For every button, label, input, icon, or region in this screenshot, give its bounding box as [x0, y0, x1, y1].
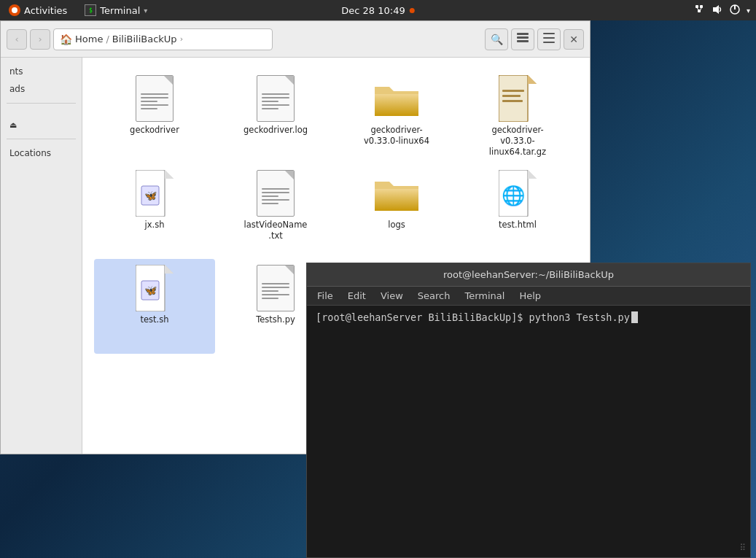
topbar-dot — [410, 8, 415, 13]
file-item-logs-folder[interactable]: logs — [336, 164, 457, 259]
terminal-taskbar-label: Terminal — [100, 5, 140, 16]
terminal-resize-handle[interactable]: ⠿ — [739, 543, 746, 553]
svg-rect-19 — [502, 95, 521, 97]
home-label: Home — [75, 34, 103, 44]
file-icon-testshpy — [252, 265, 299, 311]
svg-text:🌐: 🌐 — [502, 184, 526, 207]
list-view-button[interactable] — [511, 28, 534, 50]
activities-button[interactable]: Activities — [0, 0, 76, 20]
svg-marker-28 — [528, 170, 537, 179]
back-icon: ‹ — [15, 34, 18, 44]
file-name-geckodriver: geckodriver — [130, 125, 179, 136]
file-name-geckodriver-folder: geckodriver-v0.33.0-linux64 — [364, 125, 429, 147]
terminal-taskbar-button[interactable]: $ Terminal ▾ — [76, 0, 156, 20]
path-separator: / — [106, 34, 109, 44]
svg-rect-10 — [517, 36, 529, 39]
search-button[interactable]: 🔍 — [485, 28, 508, 50]
file-name-logs-folder: logs — [388, 220, 405, 230]
svg-rect-18 — [502, 90, 524, 92]
file-item-geckodriver-folder[interactable]: geckodriver-v0.33.0-linux64 — [336, 69, 457, 164]
terminal-menu-search[interactable]: Search — [410, 287, 458, 305]
activities-icon — [9, 4, 20, 16]
file-icon-testhtml: 🌐 — [494, 170, 541, 217]
terminal-menu-file[interactable]: File — [310, 287, 340, 305]
topbar-left: Activities $ Terminal ▾ — [0, 0, 156, 20]
list-view-icon — [517, 33, 529, 45]
menu-icon — [543, 33, 555, 45]
terminal-menu: File Edit View Search Terminal Help — [307, 287, 750, 306]
topbar-clock: Dec 28 10:49 — [341, 5, 414, 16]
system-menu-arrow[interactable]: ▾ — [747, 7, 750, 15]
svg-rect-12 — [543, 33, 555, 34]
network-icon[interactable] — [694, 4, 706, 18]
menu-button[interactable] — [537, 28, 561, 50]
forward-button[interactable]: › — [30, 29, 50, 50]
terminal-titlebar: root@leehanServer:~/BiliBiliBackUp — [307, 263, 750, 287]
svg-rect-9 — [517, 33, 529, 35]
cursor — [631, 311, 638, 323]
file-icon-testsh: 🦋 — [131, 265, 178, 311]
sidebar-divider-1 — [7, 103, 76, 104]
sound-icon[interactable] — [712, 4, 723, 18]
svg-text:🦋: 🦋 — [144, 190, 157, 202]
svg-rect-1 — [695, 5, 698, 8]
file-item-lastvideoname[interactable]: lastVideoName.txt — [215, 164, 336, 259]
file-name-geckodriver-tar: geckodriver-v0.33.0-linux64.tar.gz — [485, 125, 550, 158]
svg-rect-14 — [543, 42, 555, 43]
file-name-testshpy: Testsh.py — [256, 314, 295, 325]
sidebar-item-downloads[interactable]: ads — [1, 81, 82, 97]
terminal-taskbar-arrow: ▾ — [144, 7, 147, 15]
file-name-testhtml: test.html — [499, 220, 537, 230]
power-icon[interactable] — [729, 4, 741, 18]
file-name-jxsh: jx.sh — [145, 220, 165, 230]
close-button[interactable]: ✕ — [564, 29, 584, 50]
topbar-right: ▾ — [694, 4, 756, 18]
sidebar-item-eject[interactable]: ⏏ — [1, 117, 82, 133]
terminal-menu-terminal[interactable]: Terminal — [457, 287, 512, 305]
search-icon: 🔍 — [491, 34, 503, 45]
sidebar-divider-2 — [7, 139, 76, 139]
file-item-geckodriver-log[interactable]: geckodriver.log — [215, 69, 336, 164]
svg-marker-6 — [713, 5, 719, 14]
terminal-prompt: [root@leehanServer BiliBiliBackUp]$ pyth… — [316, 311, 741, 323]
path-forward-arrow: › — [180, 34, 183, 44]
svg-marker-32 — [165, 265, 174, 274]
topbar-datetime: Dec 28 10:49 — [341, 5, 405, 16]
terminal-menu-edit[interactable]: Edit — [340, 287, 373, 305]
file-item-geckodriver[interactable]: geckodriver — [94, 69, 215, 164]
home-icon: 🏠 — [60, 34, 72, 45]
terminal-taskbar-icon: $ — [85, 4, 96, 16]
sidebar-item-empty[interactable] — [1, 109, 82, 115]
file-icon-jxsh: 🦋 — [131, 170, 178, 217]
terminal-menu-help[interactable]: Help — [512, 287, 548, 305]
terminal-window: root@leehanServer:~/BiliBiliBackUp File … — [306, 263, 751, 558]
file-item-testsh[interactable]: 🦋 test.sh — [94, 259, 215, 354]
file-icon-geckodriver — [131, 75, 178, 122]
file-item-jxsh[interactable]: 🦋 jx.sh — [94, 164, 215, 259]
terminal-title: root@leehanServer:~/BiliBiliBackUp — [443, 269, 614, 280]
file-icon-geckodriver-log — [252, 75, 299, 122]
svg-rect-11 — [517, 40, 529, 42]
path-bar: 🏠 Home / BiliBiliBackUp › — [53, 28, 273, 50]
svg-rect-13 — [543, 37, 555, 39]
sidebar-item-locations[interactable]: Locations — [1, 145, 82, 161]
file-name-geckodriver-log: geckodriver.log — [243, 125, 308, 136]
terminal-content[interactable]: [root@leehanServer BiliBiliBackUp]$ pyth… — [307, 306, 750, 557]
file-icon-logs-folder — [373, 170, 420, 217]
svg-rect-2 — [700, 5, 703, 8]
eject-icon: ⏏ — [9, 120, 17, 130]
sidebar-item-recent[interactable]: nts — [1, 63, 82, 80]
file-item-testhtml[interactable]: 🌐 test.html — [457, 164, 578, 259]
svg-marker-23 — [165, 170, 174, 179]
terminal-menu-view[interactable]: View — [373, 287, 410, 305]
prompt-text: [root@leehanServer BiliBiliBackUp]$ pyth… — [316, 311, 630, 323]
forward-icon: › — [38, 34, 42, 44]
svg-marker-17 — [528, 75, 537, 84]
file-name-lastvideoname: lastVideoName.txt — [243, 220, 308, 241]
file-item-geckodriver-tar[interactable]: geckodriver-v0.33.0-linux64.tar.gz — [457, 69, 578, 164]
file-toolbar: ‹ › 🏠 Home / BiliBiliBackUp › 🔍 — [1, 21, 590, 58]
back-button[interactable]: ‹ — [7, 29, 27, 50]
file-icon-geckodriver-folder — [373, 75, 420, 122]
file-name-testsh: test.sh — [140, 314, 168, 325]
file-icon-geckodriver-tar — [494, 75, 541, 122]
